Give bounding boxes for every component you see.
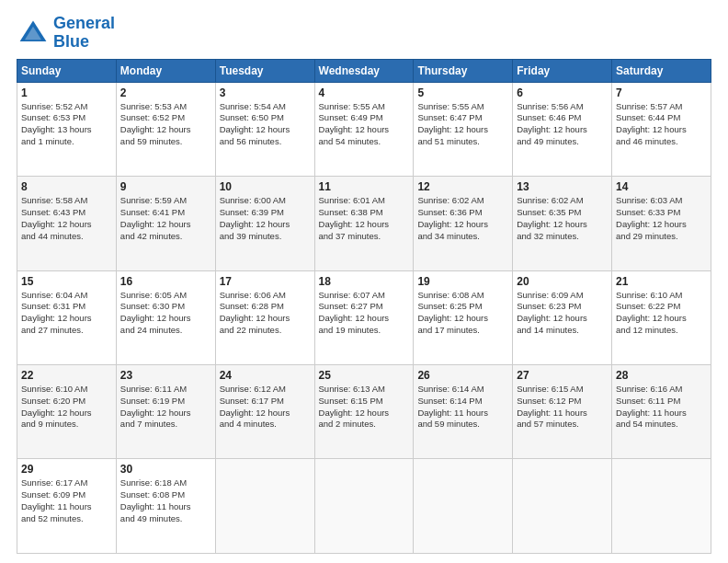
day-number: 28	[616, 369, 707, 382]
day-info: Sunrise: 6:04 AM Sunset: 6:31 PM Dayligh…	[21, 290, 112, 337]
day-info: Sunrise: 6:14 AM Sunset: 6:14 PM Dayligh…	[417, 384, 508, 431]
calendar-header-row: Sunday Monday Tuesday Wednesday Thursday…	[17, 59, 711, 82]
day-number: 20	[517, 275, 608, 288]
calendar-week-row: 29Sunrise: 6:17 AM Sunset: 6:09 PM Dayli…	[17, 459, 711, 554]
day-number: 29	[21, 463, 112, 476]
day-info: Sunrise: 5:52 AM Sunset: 6:53 PM Dayligh…	[21, 101, 112, 148]
header: General Blue	[17, 15, 711, 52]
day-number: 14	[616, 180, 707, 193]
table-row: 30Sunrise: 6:18 AM Sunset: 6:08 PM Dayli…	[116, 459, 215, 554]
page: General Blue Sunday Monday Tuesday Wedne…	[0, 0, 728, 563]
day-info: Sunrise: 6:02 AM Sunset: 6:36 PM Dayligh…	[417, 195, 508, 242]
table-row: 3Sunrise: 5:54 AM Sunset: 6:50 PM Daylig…	[215, 82, 314, 176]
day-info: Sunrise: 6:06 AM Sunset: 6:28 PM Dayligh…	[220, 290, 311, 337]
day-info: Sunrise: 6:01 AM Sunset: 6:38 PM Dayligh…	[319, 195, 410, 242]
day-number: 6	[517, 86, 608, 99]
day-number: 9	[120, 180, 211, 193]
logo: General Blue	[17, 15, 115, 52]
table-row: 25Sunrise: 6:13 AM Sunset: 6:15 PM Dayli…	[314, 365, 414, 459]
col-monday: Monday	[116, 59, 215, 82]
day-info: Sunrise: 5:53 AM Sunset: 6:52 PM Dayligh…	[120, 101, 211, 148]
table-row	[513, 459, 612, 554]
calendar-week-row: 15Sunrise: 6:04 AM Sunset: 6:31 PM Dayli…	[17, 270, 711, 364]
day-info: Sunrise: 6:15 AM Sunset: 6:12 PM Dayligh…	[517, 384, 608, 431]
calendar-table: Sunday Monday Tuesday Wednesday Thursday…	[17, 59, 711, 554]
col-wednesday: Wednesday	[314, 59, 414, 82]
day-info: Sunrise: 6:13 AM Sunset: 6:15 PM Dayligh…	[319, 384, 410, 431]
day-number: 24	[220, 369, 311, 382]
day-number: 8	[21, 180, 112, 193]
logo-text: General Blue	[53, 15, 115, 52]
table-row: 12Sunrise: 6:02 AM Sunset: 6:36 PM Dayli…	[414, 177, 513, 270]
table-row: 17Sunrise: 6:06 AM Sunset: 6:28 PM Dayli…	[215, 270, 314, 364]
table-row: 9Sunrise: 5:59 AM Sunset: 6:41 PM Daylig…	[116, 177, 215, 270]
day-info: Sunrise: 6:12 AM Sunset: 6:17 PM Dayligh…	[220, 384, 311, 431]
table-row: 26Sunrise: 6:14 AM Sunset: 6:14 PM Dayli…	[414, 365, 513, 459]
table-row: 5Sunrise: 5:55 AM Sunset: 6:47 PM Daylig…	[414, 82, 513, 176]
table-row: 6Sunrise: 5:56 AM Sunset: 6:46 PM Daylig…	[513, 82, 612, 176]
table-row: 15Sunrise: 6:04 AM Sunset: 6:31 PM Dayli…	[17, 270, 117, 364]
day-number: 5	[417, 86, 508, 99]
day-number: 25	[319, 369, 410, 382]
calendar-week-row: 8Sunrise: 5:58 AM Sunset: 6:43 PM Daylig…	[17, 177, 711, 270]
table-row: 13Sunrise: 6:02 AM Sunset: 6:35 PM Dayli…	[513, 177, 612, 270]
day-number: 11	[319, 180, 410, 193]
day-number: 27	[517, 369, 608, 382]
day-number: 7	[616, 86, 707, 99]
table-row: 29Sunrise: 6:17 AM Sunset: 6:09 PM Dayli…	[17, 459, 117, 554]
day-info: Sunrise: 6:11 AM Sunset: 6:19 PM Dayligh…	[120, 384, 211, 431]
day-info: Sunrise: 5:54 AM Sunset: 6:50 PM Dayligh…	[220, 101, 311, 148]
table-row: 2Sunrise: 5:53 AM Sunset: 6:52 PM Daylig…	[116, 82, 215, 176]
day-number: 23	[120, 369, 211, 382]
day-info: Sunrise: 6:10 AM Sunset: 6:20 PM Dayligh…	[21, 384, 112, 431]
day-info: Sunrise: 5:58 AM Sunset: 6:43 PM Dayligh…	[21, 195, 112, 242]
table-row: 14Sunrise: 6:03 AM Sunset: 6:33 PM Dayli…	[612, 177, 711, 270]
day-info: Sunrise: 6:03 AM Sunset: 6:33 PM Dayligh…	[616, 195, 707, 242]
day-info: Sunrise: 6:10 AM Sunset: 6:22 PM Dayligh…	[616, 290, 707, 337]
table-row	[215, 459, 314, 554]
day-info: Sunrise: 5:59 AM Sunset: 6:41 PM Dayligh…	[120, 195, 211, 242]
day-number: 26	[417, 369, 508, 382]
calendar-week-row: 22Sunrise: 6:10 AM Sunset: 6:20 PM Dayli…	[17, 365, 711, 459]
day-number: 12	[417, 180, 508, 193]
day-info: Sunrise: 6:18 AM Sunset: 6:08 PM Dayligh…	[120, 477, 211, 524]
day-info: Sunrise: 6:08 AM Sunset: 6:25 PM Dayligh…	[417, 290, 508, 337]
day-number: 22	[21, 369, 112, 382]
day-info: Sunrise: 6:05 AM Sunset: 6:30 PM Dayligh…	[120, 290, 211, 337]
col-saturday: Saturday	[612, 59, 711, 82]
col-sunday: Sunday	[17, 59, 117, 82]
day-number: 30	[120, 463, 211, 476]
table-row: 7Sunrise: 5:57 AM Sunset: 6:44 PM Daylig…	[612, 82, 711, 176]
day-info: Sunrise: 6:00 AM Sunset: 6:39 PM Dayligh…	[220, 195, 311, 242]
col-friday: Friday	[513, 59, 612, 82]
day-info: Sunrise: 6:02 AM Sunset: 6:35 PM Dayligh…	[517, 195, 608, 242]
table-row	[414, 459, 513, 554]
table-row	[314, 459, 414, 554]
day-info: Sunrise: 5:55 AM Sunset: 6:49 PM Dayligh…	[319, 101, 410, 148]
day-number: 15	[21, 275, 112, 288]
table-row: 20Sunrise: 6:09 AM Sunset: 6:23 PM Dayli…	[513, 270, 612, 364]
table-row: 22Sunrise: 6:10 AM Sunset: 6:20 PM Dayli…	[17, 365, 117, 459]
day-info: Sunrise: 6:09 AM Sunset: 6:23 PM Dayligh…	[517, 290, 608, 337]
logo-icon	[17, 17, 50, 50]
day-number: 18	[319, 275, 410, 288]
day-number: 16	[120, 275, 211, 288]
table-row: 27Sunrise: 6:15 AM Sunset: 6:12 PM Dayli…	[513, 365, 612, 459]
table-row: 11Sunrise: 6:01 AM Sunset: 6:38 PM Dayli…	[314, 177, 414, 270]
table-row	[612, 459, 711, 554]
day-number: 10	[220, 180, 311, 193]
day-number: 21	[616, 275, 707, 288]
day-number: 19	[417, 275, 508, 288]
day-info: Sunrise: 5:56 AM Sunset: 6:46 PM Dayligh…	[517, 101, 608, 148]
day-info: Sunrise: 5:57 AM Sunset: 6:44 PM Dayligh…	[616, 101, 707, 148]
day-number: 3	[220, 86, 311, 99]
day-info: Sunrise: 6:16 AM Sunset: 6:11 PM Dayligh…	[616, 384, 707, 431]
table-row: 1Sunrise: 5:52 AM Sunset: 6:53 PM Daylig…	[17, 82, 117, 176]
day-number: 17	[220, 275, 311, 288]
day-number: 4	[319, 86, 410, 99]
table-row: 28Sunrise: 6:16 AM Sunset: 6:11 PM Dayli…	[612, 365, 711, 459]
table-row: 16Sunrise: 6:05 AM Sunset: 6:30 PM Dayli…	[116, 270, 215, 364]
col-thursday: Thursday	[414, 59, 513, 82]
day-info: Sunrise: 5:55 AM Sunset: 6:47 PM Dayligh…	[417, 101, 508, 148]
calendar-week-row: 1Sunrise: 5:52 AM Sunset: 6:53 PM Daylig…	[17, 82, 711, 176]
